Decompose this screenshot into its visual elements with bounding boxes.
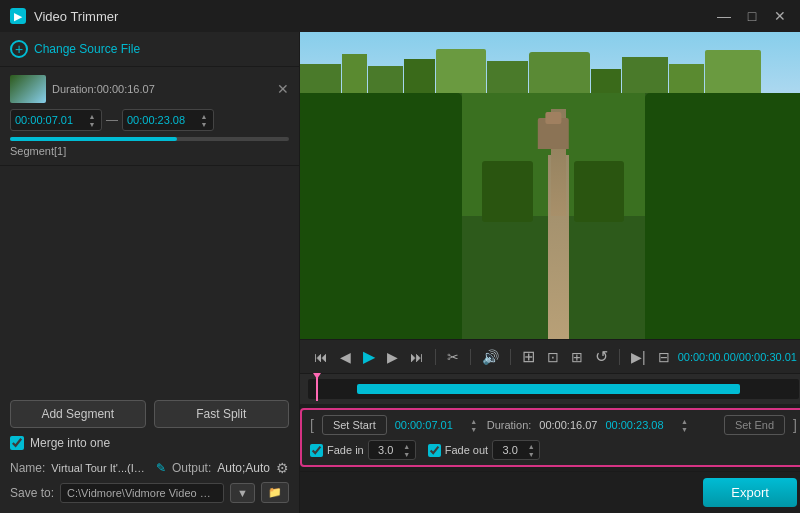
cut-button[interactable]: ✂ <box>443 347 463 367</box>
trim-end-spinners: ▲ ▼ <box>679 417 689 433</box>
title-bar: ▶ Video Trimmer — □ ✕ <box>0 0 800 32</box>
trim-end-time: ▲ ▼ <box>605 417 689 433</box>
timeline-marker-head <box>313 373 321 379</box>
segment-item: Duration:00:00:16.07 ✕ ▲ ▼ — <box>0 67 299 166</box>
fade-in-checkbox[interactable] <box>310 444 323 457</box>
segment-header: Duration:00:00:16.07 ✕ <box>10 75 289 103</box>
end-time-up[interactable]: ▲ <box>199 112 209 120</box>
play-button[interactable]: ▶ <box>359 345 379 368</box>
fullscreen-button[interactable]: ⊟ <box>654 347 674 367</box>
end-time-down[interactable]: ▼ <box>199 120 209 128</box>
merge-row: Merge into one <box>10 436 289 450</box>
change-source-label: Change Source File <box>34 42 140 56</box>
segment-label: Segment[1] <box>10 145 289 157</box>
prev-frame-button[interactable]: ⏮ <box>310 347 332 367</box>
screenshot-button[interactable]: ⊞ <box>567 347 587 367</box>
window-controls: — □ ✕ <box>714 6 790 26</box>
settings-icon[interactable]: ⚙ <box>276 460 289 476</box>
add-segment-button[interactable]: Add Segment <box>10 400 146 428</box>
trim-start-down[interactable]: ▼ <box>469 425 479 433</box>
set-start-button[interactable]: Set Start <box>322 415 387 435</box>
name-row: Name: Virtual Tour It'...(Intramuros).mp… <box>10 460 289 476</box>
volume-button[interactable]: 🔊 <box>478 347 503 367</box>
trim-duration-label: Duration: <box>487 419 532 431</box>
fade-in-value-input[interactable] <box>372 444 400 456</box>
trim-controls: [ Set Start ▲ ▼ Duration: 00:00:16.07 ▲ … <box>300 408 800 467</box>
bracket-left-icon: [ <box>310 417 314 433</box>
fade-out-label: Fade out <box>445 444 488 456</box>
controls-bar: ⏮ ◀ ▶ ▶ ⏭ ✂ 🔊 ⊞ ⊡ ⊞ ↺ ▶| ⊟ 00:00:00.00/0… <box>300 339 800 373</box>
start-time-input[interactable] <box>15 114 85 126</box>
merge-checkbox[interactable] <box>10 436 24 450</box>
segment-close-button[interactable]: ✕ <box>277 81 289 97</box>
add-icon: + <box>10 40 28 58</box>
fade-in-spinners: ▲ ▼ <box>402 442 412 458</box>
trim-start-time: ▲ ▼ <box>395 417 479 433</box>
output-label: Output: <box>172 461 211 475</box>
segment-times: ▲ ▼ — ▲ ▼ <box>10 109 289 131</box>
export-area: Export <box>300 471 800 513</box>
name-label: Name: <box>10 461 45 475</box>
bracket-right-icon: ] <box>793 417 797 433</box>
save-row: Save to: C:\Vidmore\Vidmore Video Conver… <box>10 482 289 503</box>
trim-start-input[interactable] <box>395 419 467 431</box>
trim-row-1: [ Set Start ▲ ▼ Duration: 00:00:16.07 ▲ … <box>310 415 797 435</box>
fade-out-checkbox[interactable] <box>428 444 441 457</box>
fade-out-item: Fade out ▲ ▼ <box>428 440 540 460</box>
segment-progress-fill <box>10 137 177 141</box>
close-button[interactable]: ✕ <box>770 6 790 26</box>
change-source-button[interactable]: + Change Source File <box>0 32 299 67</box>
save-path: C:\Vidmore\Vidmore Video Converter\Trimm… <box>60 483 224 503</box>
left-bottom: Add Segment Fast Split Merge into one Na… <box>0 166 299 513</box>
edit-name-icon[interactable]: ✎ <box>156 461 166 475</box>
step-fwd-button[interactable]: ▶ <box>383 347 402 367</box>
controls-separator-1 <box>435 349 436 365</box>
app-icon: ▶ <box>10 8 26 24</box>
trim-end-up[interactable]: ▲ <box>679 417 689 425</box>
start-time-up[interactable]: ▲ <box>87 112 97 120</box>
controls-separator-4 <box>619 349 620 365</box>
fade-in-up[interactable]: ▲ <box>402 442 412 450</box>
start-time-spinners: ▲ ▼ <box>87 112 97 128</box>
fade-out-value-wrap: ▲ ▼ <box>492 440 540 460</box>
right-panel: ⏮ ◀ ▶ ▶ ⏭ ✂ 🔊 ⊞ ⊡ ⊞ ↺ ▶| ⊟ 00:00:00.00/0… <box>300 32 800 513</box>
end-time-input[interactable] <box>127 114 197 126</box>
time-separator: — <box>106 113 118 127</box>
trim-end-down[interactable]: ▼ <box>679 425 689 433</box>
fade-in-down[interactable]: ▼ <box>402 450 412 458</box>
crop-button[interactable]: ⊡ <box>543 347 563 367</box>
set-end-button[interactable]: Set End <box>724 415 785 435</box>
fade-out-up[interactable]: ▲ <box>526 442 536 450</box>
fade-out-value-input[interactable] <box>496 444 524 456</box>
fade-out-spinners: ▲ ▼ <box>526 442 536 458</box>
start-time-down[interactable]: ▼ <box>87 120 97 128</box>
fast-split-button[interactable]: Fast Split <box>154 400 290 428</box>
loop-button[interactable]: ⊞ <box>518 345 539 368</box>
timeline-track[interactable] <box>308 379 799 399</box>
action-buttons: Add Segment Fast Split <box>10 400 289 428</box>
save-label: Save to: <box>10 486 54 500</box>
controls-separator-3 <box>510 349 511 365</box>
trim-button[interactable]: ▶| <box>627 347 650 367</box>
left-panel: + Change Source File Duration:00:00:16.0… <box>0 32 300 513</box>
segment-progress-bar <box>10 137 289 141</box>
open-folder-button[interactable]: 📁 <box>261 482 289 503</box>
time-display: 00:00:00.00/00:00:30.01 <box>678 351 797 363</box>
folder-button[interactable]: ▼ <box>230 483 255 503</box>
end-time-wrap: ▲ ▼ <box>122 109 214 131</box>
app-title: Video Trimmer <box>34 9 714 24</box>
trim-start-up[interactable]: ▲ <box>469 417 479 425</box>
fade-in-value-wrap: ▲ ▼ <box>368 440 416 460</box>
maximize-button[interactable]: □ <box>742 6 762 26</box>
timeline-area <box>300 373 800 404</box>
fade-out-down[interactable]: ▼ <box>526 450 536 458</box>
step-back-button[interactable]: ◀ <box>336 347 355 367</box>
rotate-button[interactable]: ↺ <box>591 345 612 368</box>
video-preview <box>300 32 800 339</box>
minimize-button[interactable]: — <box>714 6 734 26</box>
end-button[interactable]: ⏭ <box>406 347 428 367</box>
trim-end-input[interactable] <box>605 419 677 431</box>
start-time-wrap: ▲ ▼ <box>10 109 102 131</box>
main-layout: + Change Source File Duration:00:00:16.0… <box>0 32 800 513</box>
export-button[interactable]: Export <box>703 478 797 507</box>
